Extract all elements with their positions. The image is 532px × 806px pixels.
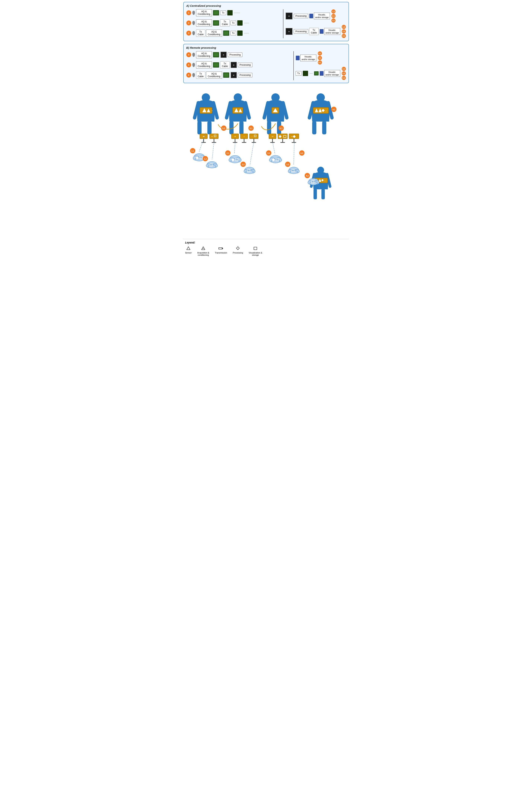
station-2a: ⇒ xyxy=(231,134,239,143)
box-processing-top: Processing xyxy=(294,14,308,18)
sensor-5 xyxy=(192,63,195,67)
sensor-4 xyxy=(192,53,195,57)
legend-sensor-label: Sensor xyxy=(185,252,192,254)
station-3b xyxy=(278,134,287,143)
box-processing-bot: Processing xyxy=(294,29,308,34)
box-aq-1: AQ &Conditioning xyxy=(196,9,212,16)
svg-text:⇒: ⇒ xyxy=(234,135,236,138)
chip-4 xyxy=(213,52,219,57)
illustration-svg: → xyxy=(183,92,349,233)
legend-acq-icon xyxy=(201,246,206,251)
legend-tx-icon xyxy=(218,246,224,251)
system-row-3: 3 TxCable AQ &Conditioning Tx - - - - - xyxy=(186,30,282,37)
cloud-2b xyxy=(244,167,255,174)
dashed-2b xyxy=(250,143,254,165)
legend-acq: Acquisition &conditioning xyxy=(197,246,209,256)
sensor-3 xyxy=(192,31,195,35)
svg-text:2.1: 2.1 xyxy=(227,152,229,154)
svg-marker-125 xyxy=(236,247,240,250)
mc-chip-4: ▣ xyxy=(221,52,227,58)
diagrams-container: A) Centralized processing 1 AQ &Conditio… xyxy=(182,0,351,88)
chip-1 xyxy=(213,10,219,15)
legend-proc-icon xyxy=(235,246,241,251)
human-figure-1: → xyxy=(195,93,217,134)
svg-rect-70 xyxy=(292,142,296,143)
badge-12: 1.2 xyxy=(342,25,346,29)
box-aq-2: AQ &Conditioning xyxy=(196,19,212,26)
vis-storage-b-top: Visualiz.and/or storage xyxy=(300,55,316,61)
badge-3: 3 xyxy=(186,31,191,36)
badges-top: 1.1 2.1 3.1 xyxy=(331,9,336,23)
box-proc-5: Processing xyxy=(238,63,252,67)
box-tx-2: Tx xyxy=(230,21,236,25)
system-row-1: 1 AQ &Conditioning Tx - - - - - - xyxy=(186,9,282,16)
svg-text:4.2: 4.2 xyxy=(306,175,309,177)
bt-chip-b xyxy=(303,71,308,76)
svg-rect-28 xyxy=(314,189,317,199)
section-b-title: B) Remote processing xyxy=(186,46,346,49)
dashed-1b xyxy=(212,142,214,159)
bt-chip-3 xyxy=(237,31,243,36)
sensor-2 xyxy=(192,21,195,25)
svg-rect-3 xyxy=(200,108,212,114)
station-1b: ⇒ xyxy=(210,134,218,143)
vis-storage-b-bot: Visualiz.and/or storage xyxy=(324,70,340,77)
svg-text:3.2: 3.2 xyxy=(286,164,289,166)
badge-21: 2.1 xyxy=(331,14,336,18)
sd-card-bot xyxy=(320,29,323,34)
badges-b-bot: 4.2 5.2 6.2 xyxy=(342,67,346,80)
box-aq-6: AQ &Conditioning xyxy=(206,72,222,79)
mc-chip-5: ▣ xyxy=(231,62,237,68)
station-2c: → xyxy=(249,134,258,143)
cloud-2a xyxy=(229,155,241,163)
chip-2 xyxy=(213,20,219,25)
mc-chip-top: ▣ xyxy=(286,13,292,19)
svg-text:→: → xyxy=(243,135,245,138)
legend-items: Sensor Acquisition &conditioning xyxy=(185,246,347,256)
station-2b: → xyxy=(241,134,248,143)
box-tx-cable-5: TxCable xyxy=(220,61,229,69)
bt-chip-2 xyxy=(237,20,243,25)
badge-41: 4.1 xyxy=(318,51,322,56)
svg-rect-46 xyxy=(235,139,235,142)
station-3c: ⇒ xyxy=(289,134,299,143)
svg-rect-59 xyxy=(272,139,273,142)
svg-text:→: → xyxy=(325,109,327,112)
badge-1: 1 xyxy=(186,11,191,15)
legend-sensor: Sensor xyxy=(185,246,192,254)
sd-card-b-bot xyxy=(320,71,323,76)
svg-text:→: → xyxy=(211,109,213,112)
badges-bot: 1.2 2.2 3.2 xyxy=(342,25,346,38)
system-row-5: 5 AQ &Conditioning TxCable ▣ Processing xyxy=(186,61,292,69)
badge-51: 5.1 xyxy=(318,56,322,60)
svg-rect-50 xyxy=(244,139,244,142)
box-tx-cable-right: TxCable xyxy=(309,28,318,35)
svg-marker-124 xyxy=(222,247,223,250)
svg-text:⇒: ⇒ xyxy=(291,135,292,138)
box-tx-b: Tx xyxy=(296,71,302,76)
sd-card-b-top xyxy=(296,56,300,60)
svg-rect-2 xyxy=(207,121,211,134)
legend-tx: Transmission xyxy=(215,246,227,254)
chip-5 xyxy=(213,62,219,68)
box-tx-3: Tx xyxy=(230,31,236,35)
svg-rect-19 xyxy=(312,121,316,134)
svg-text:6.1: 6.1 xyxy=(280,128,283,130)
box-aq-5: AQ &Conditioning xyxy=(196,61,212,69)
svg-marker-120 xyxy=(187,247,190,250)
svg-rect-10 xyxy=(233,108,243,114)
svg-text:⇒: ⇒ xyxy=(271,135,273,138)
svg-rect-1 xyxy=(197,121,202,134)
station-3a: ⇒ xyxy=(269,134,276,143)
box-aq-4: AQ &Conditioning xyxy=(196,51,212,58)
legend: Leyend: Sensor Acquisition &conditionin xyxy=(183,239,349,256)
svg-text:6.2: 6.2 xyxy=(301,152,303,154)
mc-chip-bot: ▣ xyxy=(286,28,292,35)
legend-proc: Processing xyxy=(233,246,243,254)
sd-card-top xyxy=(309,14,313,18)
section-b: B) Remote processing 4 AQ &Conditioning … xyxy=(183,44,349,83)
svg-rect-69 xyxy=(293,139,294,142)
badge-61: 6.1 xyxy=(318,60,322,64)
chip-6 xyxy=(223,73,229,78)
mc-chip-6: ▣ xyxy=(231,72,237,78)
